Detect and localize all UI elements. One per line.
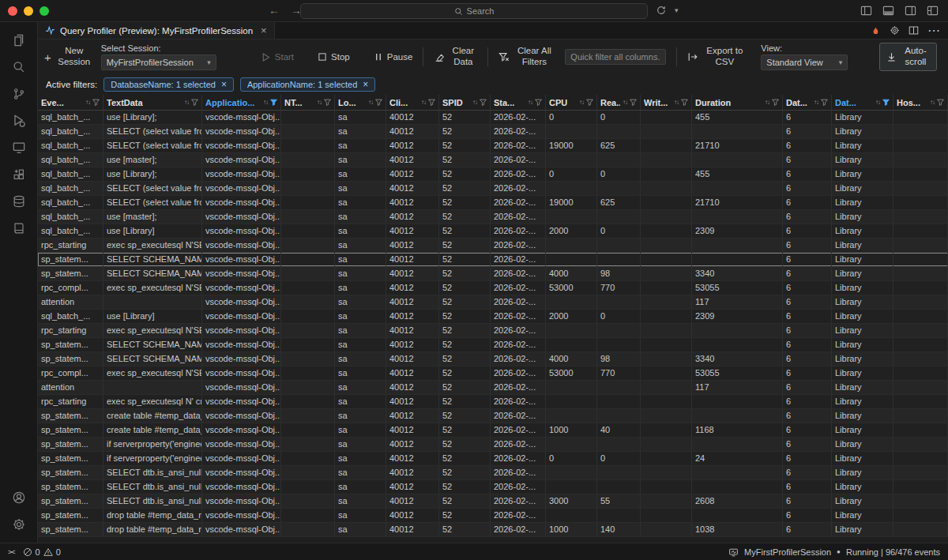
grid-cell[interactable]: 40012 bbox=[386, 182, 439, 195]
table-row[interactable]: rpc_compl...exec sp_executesql N'SEL...v… bbox=[38, 281, 948, 295]
grid-cell[interactable]: sa bbox=[335, 438, 386, 451]
grid-cell[interactable] bbox=[281, 324, 335, 337]
grid-cell[interactable]: SELECT (select value from ... bbox=[103, 182, 202, 195]
filter-icon[interactable] bbox=[92, 99, 100, 106]
grid-cell[interactable]: 40012 bbox=[386, 352, 439, 366]
grid-cell[interactable]: 2026-02-... bbox=[491, 196, 546, 209]
grid-cell[interactable]: 52 bbox=[439, 523, 491, 536]
grid-cell[interactable]: 0 bbox=[546, 452, 597, 465]
grid-cell[interactable] bbox=[546, 381, 597, 394]
sort-icon[interactable]: ↑↓ bbox=[263, 99, 268, 106]
close-window-button[interactable] bbox=[8, 6, 17, 16]
grid-cell[interactable]: exec sp_executesql N' crea... bbox=[103, 395, 202, 408]
grid-cell[interactable] bbox=[641, 239, 692, 252]
grid-cell[interactable]: 52 bbox=[439, 167, 491, 181]
grid-cell[interactable]: 40012 bbox=[386, 409, 439, 423]
grid-cell[interactable] bbox=[893, 111, 948, 124]
grid-cell[interactable]: 40012 bbox=[386, 438, 439, 451]
grid-cell[interactable] bbox=[281, 509, 335, 522]
grid-cell[interactable] bbox=[281, 352, 335, 366]
grid-cell[interactable]: 2026-02-... bbox=[491, 267, 546, 280]
grid-cell[interactable]: 52 bbox=[439, 466, 491, 479]
grid-cell[interactable]: SELECT dtb.is_ansi_null_d... bbox=[103, 480, 202, 494]
grid-cell[interactable] bbox=[597, 438, 641, 451]
table-row[interactable]: sp_statem...SELECT dtb.is_ansi_null_d...… bbox=[38, 480, 948, 494]
table-row[interactable]: sql_batch_...use [Library];vscode-mssql-… bbox=[38, 167, 948, 182]
grid-cell[interactable]: rpc_starting bbox=[38, 239, 103, 252]
table-row[interactable]: rpc_startingexec sp_executesql N' crea..… bbox=[38, 395, 948, 409]
grid-cell[interactable]: 24 bbox=[692, 452, 783, 465]
grid-cell[interactable]: Library bbox=[832, 452, 893, 465]
table-row[interactable]: sql_batch_...use [Library]vscode-mssql-O… bbox=[38, 224, 948, 239]
grid-cell[interactable]: sp_statem... bbox=[38, 466, 103, 479]
column-header[interactable]: Dat...↑↓ bbox=[832, 95, 893, 110]
grid-cell[interactable] bbox=[692, 509, 783, 522]
grid-cell[interactable]: vscode-mssql-Obj... bbox=[202, 324, 281, 337]
grid-cell[interactable]: sa bbox=[335, 267, 386, 280]
grid-cell[interactable] bbox=[546, 509, 597, 522]
grid-cell[interactable] bbox=[281, 253, 335, 266]
grid-cell[interactable] bbox=[641, 182, 692, 195]
grid-cell[interactable]: 40012 bbox=[386, 381, 439, 394]
grid-cell[interactable]: 40012 bbox=[386, 324, 439, 337]
table-row[interactable]: sql_batch_...SELECT (select value from .… bbox=[38, 182, 948, 196]
session-select[interactable]: MyFirstProfilerSession ▾ bbox=[101, 54, 216, 70]
table-row[interactable]: sql_batch_...use [master];vscode-mssql-O… bbox=[38, 153, 948, 167]
grid-cell[interactable]: 2026-02-... bbox=[491, 167, 546, 181]
grid-cell[interactable] bbox=[281, 409, 335, 423]
grid-cell[interactable]: 625 bbox=[597, 139, 641, 152]
table-row[interactable]: rpc_compl...exec sp_executesql N'SEL...v… bbox=[38, 366, 948, 381]
column-header[interactable]: CPU↑↓ bbox=[546, 95, 597, 110]
table-row[interactable]: sql_batch_...SELECT (select value from .… bbox=[38, 196, 948, 210]
table-row[interactable]: rpc_startingexec sp_executesql N'SEL...v… bbox=[38, 239, 948, 253]
grid-cell[interactable] bbox=[641, 494, 692, 508]
grid-cell[interactable] bbox=[893, 153, 948, 167]
grid-cell[interactable] bbox=[641, 338, 692, 351]
grid-cell[interactable] bbox=[597, 239, 641, 252]
grid-cell[interactable]: Library bbox=[832, 352, 893, 366]
grid-cell[interactable] bbox=[281, 395, 335, 408]
grid-cell[interactable]: 52 bbox=[439, 423, 491, 437]
grid-cell[interactable]: 2026-02-... bbox=[491, 310, 546, 323]
grid-cell[interactable]: sp_statem... bbox=[38, 423, 103, 437]
auto-scroll-button[interactable]: Auto-scroll bbox=[879, 43, 937, 71]
grid-cell[interactable]: 53000 bbox=[546, 366, 597, 380]
minimize-window-button[interactable] bbox=[24, 6, 33, 16]
grid-cell[interactable] bbox=[893, 494, 948, 508]
grid-cell[interactable]: 52 bbox=[439, 281, 491, 295]
column-header[interactable]: Cli...↑↓ bbox=[386, 95, 439, 110]
grid-cell[interactable]: vscode-mssql-Obj... bbox=[202, 366, 281, 380]
grid-cell[interactable]: drop table #temp_data_ret... bbox=[103, 523, 202, 536]
grid-cell[interactable]: 1038 bbox=[692, 523, 783, 536]
grid-cell[interactable] bbox=[641, 224, 692, 238]
sort-icon[interactable]: ↑↓ bbox=[623, 99, 627, 106]
grid-cell[interactable]: Library bbox=[832, 509, 893, 522]
grid-cell[interactable]: 2026-02-... bbox=[491, 523, 546, 536]
grid-cell[interactable] bbox=[692, 395, 783, 408]
grid-cell[interactable]: vscode-mssql-Obj... bbox=[202, 281, 281, 295]
filter-chip[interactable]: ApplicationName: 1 selected× bbox=[240, 77, 375, 92]
new-session-button[interactable]: + New Session bbox=[44, 46, 93, 68]
filter-icon[interactable] bbox=[324, 99, 331, 106]
grid-cell[interactable]: 40012 bbox=[386, 125, 439, 138]
grid-cell[interactable] bbox=[893, 352, 948, 366]
grid-cell[interactable]: 98 bbox=[597, 267, 641, 280]
grid-cell[interactable]: 52 bbox=[439, 409, 491, 423]
book-icon[interactable] bbox=[0, 215, 38, 242]
pause-button[interactable]: Pause bbox=[374, 52, 413, 62]
column-header[interactable]: Lo...↑↓ bbox=[335, 95, 386, 110]
grid-cell[interactable]: sql_batch_... bbox=[38, 153, 103, 167]
grid-cell[interactable] bbox=[641, 523, 692, 536]
grid-cell[interactable] bbox=[893, 381, 948, 394]
table-row[interactable]: sp_statem...drop table #temp_data_ret...… bbox=[38, 509, 948, 523]
grid-cell[interactable]: 6 bbox=[783, 423, 832, 437]
sort-icon[interactable]: ↑↓ bbox=[317, 99, 322, 106]
grid-cell[interactable] bbox=[546, 409, 597, 423]
grid-cell[interactable] bbox=[692, 480, 783, 494]
grid-cell[interactable]: 2026-02-... bbox=[491, 295, 546, 309]
grid-cell[interactable]: Library bbox=[832, 466, 893, 479]
grid-cell[interactable]: Library bbox=[832, 310, 893, 323]
grid-cell[interactable]: 6 bbox=[783, 324, 832, 337]
grid-cell[interactable]: 40012 bbox=[386, 139, 439, 152]
grid-cell[interactable]: vscode-mssql-Obj... bbox=[202, 224, 281, 238]
